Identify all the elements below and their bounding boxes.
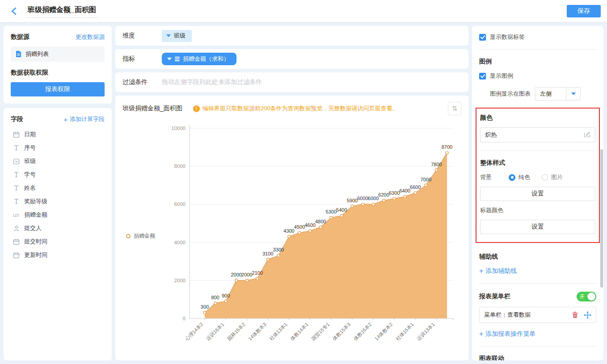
change-datasource-link[interactable]: 更改数据源	[76, 33, 105, 41]
data-label: 800	[211, 294, 219, 300]
data-label: 300	[201, 304, 209, 310]
data-point	[372, 203, 375, 205]
data-point	[383, 199, 385, 201]
y-tick-label: 10000	[171, 126, 185, 131]
back-button[interactable]	[8, 5, 20, 17]
menu-toggle-on[interactable]: 开	[577, 292, 596, 301]
field-item[interactable]: 123捐赠金额	[11, 208, 105, 222]
plus-icon: +	[479, 330, 483, 338]
color-scheme-input[interactable]: 炽热	[480, 127, 595, 142]
metric-row: 指标 捐赠金额（求和）	[115, 49, 468, 69]
field-item-label: 奖励等级	[24, 197, 47, 205]
chevron-down-icon	[167, 58, 172, 60]
dimension-tag[interactable]: 班级	[162, 30, 192, 42]
y-tick-label: 6000	[174, 201, 185, 207]
y-tick-label: 0	[183, 316, 185, 321]
dimension-row: 维度 班级	[115, 26, 468, 46]
menu-item-row[interactable]: 菜单栏：查看数据	[479, 307, 596, 323]
bg-image-label: 图片	[551, 173, 563, 181]
bg-image-radio[interactable]: 图片	[542, 173, 563, 181]
x-tick-label: 体教16本2	[352, 321, 373, 342]
field-item[interactable]: 学号	[11, 168, 105, 181]
fields-list: 日期序号班级学号姓名奖励等级123捐赠金额提交人提交时间更新时间	[11, 128, 105, 262]
report-permission-button[interactable]: 报表权限	[11, 82, 105, 96]
title-color-label: 标题颜色	[480, 206, 595, 214]
fields-title: 字段	[11, 115, 23, 123]
divider	[480, 151, 595, 151]
document-icon	[15, 50, 22, 58]
sort-button[interactable]: ⇅	[448, 102, 461, 115]
data-label: 6600	[410, 184, 421, 189]
add-calc-field-link[interactable]: +添加计算字段	[63, 115, 105, 123]
area-chart-svg: 0200040006000800010000300800900200020002…	[165, 120, 459, 352]
trash-icon[interactable]	[572, 311, 578, 318]
checkbox-checked-icon[interactable]	[479, 34, 486, 41]
field-item-label: 提交时间	[24, 238, 47, 246]
field-item[interactable]: 提交人	[11, 222, 105, 235]
data-point	[298, 231, 301, 234]
field-item-label: 更新时间	[24, 251, 47, 259]
data-point	[393, 197, 396, 200]
field-item[interactable]: 姓名	[11, 181, 105, 195]
filter-row[interactable]: 过滤条件 拖动左侧字段到此处来添加过滤条件	[115, 72, 468, 92]
data-label: 7800	[431, 161, 442, 167]
data-label: 4500	[294, 224, 305, 230]
field-item[interactable]: 提交时间	[11, 235, 105, 248]
background-set-button[interactable]: 设置	[480, 187, 595, 201]
field-item[interactable]: 班级	[11, 155, 105, 168]
field-item[interactable]: 奖励等级	[11, 195, 105, 208]
radio-selected-icon[interactable]	[509, 174, 515, 181]
divider	[478, 346, 597, 347]
chart-card: 班级捐赠金额_面积图 ! 编辑界面只取数据源前200条作为查询数据预览，完整数据…	[115, 96, 468, 360]
save-button[interactable]: 保存	[567, 5, 601, 17]
metric-label: 指标	[122, 55, 162, 63]
bg-solid-radio[interactable]: 纯色	[509, 173, 530, 181]
data-label: 7000	[421, 176, 431, 182]
warning-icon: !	[193, 105, 200, 112]
field-item[interactable]: 序号	[11, 141, 105, 155]
radio-unselected-icon[interactable]	[542, 174, 548, 180]
data-label: 2100	[252, 270, 263, 275]
chart-legend[interactable]: 捐赠金额	[122, 232, 165, 240]
add-report-menu-link[interactable]: +添加报表操作菜单	[479, 330, 535, 338]
x-tick-label: 14体教本2	[374, 321, 394, 341]
show-legend-checkbox-row[interactable]: 显示图例	[479, 72, 596, 80]
edit-icon[interactable]	[584, 131, 590, 139]
data-point	[245, 279, 248, 281]
main-area: 数据源 更改数据源 捐赠列表 数据获取权限 报表权限 字段 +添加计算字段 日期…	[0, 22, 607, 364]
metric-tag[interactable]: 捐赠金额（求和）	[162, 53, 236, 65]
chart-body: 捐赠金额 02000400060008000100003008009002000…	[122, 118, 461, 354]
field-item-label: 姓名	[24, 184, 36, 192]
report-title[interactable]: 班级捐赠金额_面积图	[26, 4, 98, 18]
datasource-item[interactable]: 捐赠列表	[11, 46, 105, 62]
select-caret[interactable]	[566, 88, 580, 100]
x-tick-label: 运训13本1	[416, 321, 436, 341]
menu-section-header: 报表菜单栏 开	[479, 292, 596, 301]
x-tick-label: 14体教本3	[247, 321, 267, 341]
text-icon	[13, 171, 20, 178]
title-color-set-button[interactable]: 设置	[480, 220, 595, 234]
data-label: 6400	[399, 188, 410, 193]
field-item-label: 提交人	[24, 224, 42, 232]
field-item[interactable]: 更新时间	[11, 248, 105, 262]
text-icon	[13, 198, 20, 205]
x-tick-label: 园林16本2	[226, 321, 246, 341]
legend-position-select[interactable]: 左侧	[535, 87, 581, 100]
show-data-label-text: 显示数据标签	[490, 33, 525, 41]
add-guide-link[interactable]: +添加辅助线	[479, 267, 517, 275]
scrollbar-thumb[interactable]	[600, 149, 603, 288]
data-label: 2000	[231, 272, 241, 277]
checkbox-checked-icon[interactable]	[479, 73, 486, 79]
show-data-label-checkbox-row[interactable]: 显示数据标签	[479, 33, 596, 41]
menu-item-label: 菜单栏：查看数据	[484, 311, 531, 319]
move-icon[interactable]	[584, 311, 591, 319]
data-label: 6300	[389, 190, 400, 195]
x-tick-label: 体教15本3	[331, 321, 352, 342]
field-item-label: 捐赠金额	[24, 211, 47, 219]
data-point	[266, 258, 269, 260]
datasource-title: 数据源	[11, 33, 30, 41]
field-item[interactable]: 日期	[11, 128, 105, 141]
data-point	[330, 216, 333, 219]
text-icon	[13, 184, 20, 192]
color-section-title: 颜色	[480, 114, 595, 122]
